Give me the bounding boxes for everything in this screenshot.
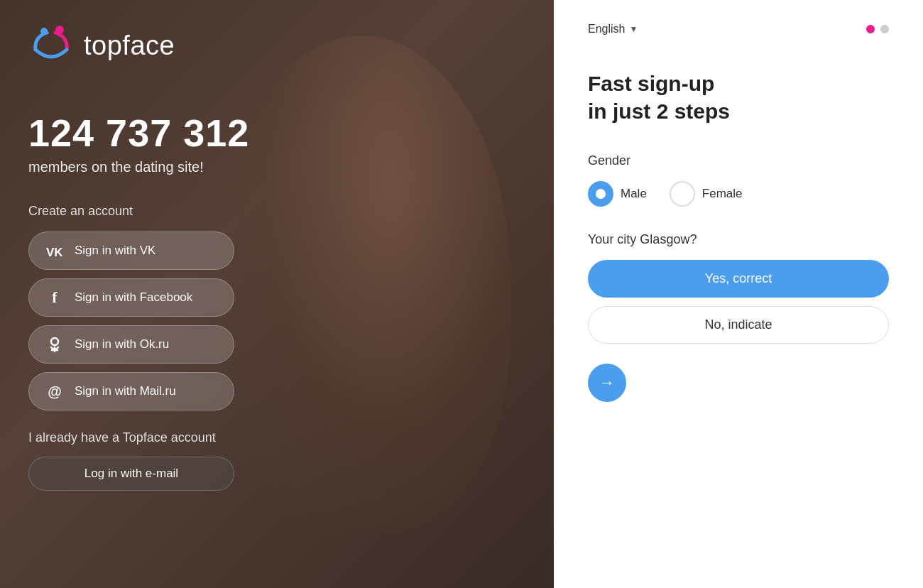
topface-logo-icon bbox=[28, 23, 74, 68]
right-header: English ▼ bbox=[588, 23, 889, 36]
logo-area: topface bbox=[28, 23, 525, 68]
okru-icon bbox=[45, 334, 65, 354]
no-indicate-button[interactable]: No, indicate bbox=[588, 306, 889, 344]
left-panel: topface 124 737 312 members on the datin… bbox=[0, 0, 554, 588]
okru-signin-label: Sign in with Ok.ru bbox=[75, 337, 169, 352]
facebook-signin-button[interactable]: f Sign in with Facebook bbox=[28, 278, 234, 317]
logo-text: topface bbox=[84, 31, 175, 61]
svg-point-3 bbox=[51, 338, 58, 345]
gender-row: Male Female bbox=[588, 181, 889, 207]
gender-female-option[interactable]: Female bbox=[670, 181, 743, 207]
language-dropdown-arrow: ▼ bbox=[629, 24, 638, 34]
vk-signin-button[interactable]: VK Sign in with VK bbox=[28, 232, 234, 270]
svg-point-1 bbox=[55, 26, 64, 34]
email-login-button[interactable]: Log in with e-mail bbox=[28, 457, 234, 491]
language-selector[interactable]: English ▼ bbox=[588, 23, 638, 36]
okru-signin-button[interactable]: Sign in with Ok.ru bbox=[28, 325, 234, 364]
language-label: English bbox=[588, 23, 625, 36]
stats-number: 124 737 312 bbox=[28, 111, 525, 155]
yes-correct-button[interactable]: Yes, correct bbox=[588, 260, 889, 298]
gender-male-label: Male bbox=[621, 187, 647, 201]
vk-icon: VK bbox=[45, 241, 65, 261]
mailru-icon: @ bbox=[45, 381, 65, 401]
heading-line1: Fast sign-up bbox=[588, 72, 714, 95]
mailru-signin-button[interactable]: @ Sign in with Mail.ru bbox=[28, 372, 234, 410]
create-account-label: Create an account bbox=[28, 204, 525, 219]
vk-signin-label: Sign in with VK bbox=[75, 244, 155, 258]
right-panel: English ▼ Fast sign-up in just 2 steps G… bbox=[554, 0, 923, 588]
facebook-icon: f bbox=[45, 288, 65, 307]
gender-male-option[interactable]: Male bbox=[588, 181, 647, 207]
heading-line2: in just 2 steps bbox=[588, 99, 730, 123]
step-dots bbox=[866, 25, 889, 33]
mailru-signin-label: Sign in with Mail.ru bbox=[75, 384, 176, 398]
gender-female-label: Female bbox=[702, 187, 743, 201]
facebook-signin-label: Sign in with Facebook bbox=[75, 290, 192, 305]
svg-text:VK: VK bbox=[46, 246, 63, 259]
gender-male-radio[interactable] bbox=[588, 181, 613, 207]
email-login-label: Log in with e-mail bbox=[84, 467, 178, 481]
next-arrow-icon: → bbox=[599, 374, 615, 392]
step-dot-2 bbox=[880, 25, 889, 33]
gender-label: Gender bbox=[588, 153, 889, 168]
already-account-label: I already have a Topface account bbox=[28, 430, 525, 445]
step-dot-1 bbox=[866, 25, 875, 33]
next-step-button[interactable]: → bbox=[588, 364, 626, 402]
gender-female-radio[interactable] bbox=[670, 181, 695, 207]
svg-point-0 bbox=[40, 28, 48, 35]
city-label: Your city Glasgow? bbox=[588, 232, 889, 247]
stats-subtitle: members on the dating site! bbox=[28, 159, 525, 175]
signup-heading: Fast sign-up in just 2 steps bbox=[588, 70, 889, 125]
